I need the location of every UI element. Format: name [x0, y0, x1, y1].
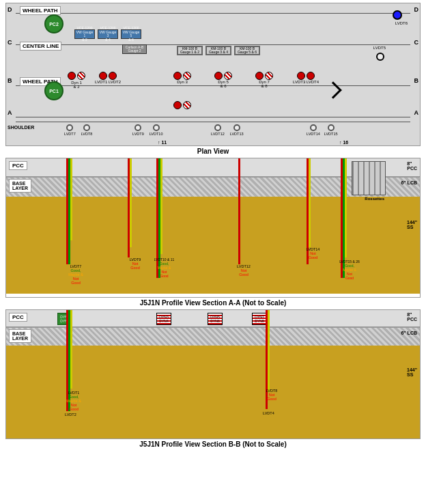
lvdt6-label: LVDT6: [395, 21, 408, 25]
dyn3-group: Dyn 3: [173, 72, 191, 84]
h-line-a: [16, 117, 410, 117]
dim-ss-a: 144"SS: [407, 220, 417, 229]
lvdt5-dot: [376, 53, 384, 61]
rod-label-lvdt9: LVDT9NotGood: [125, 257, 145, 270]
row-label-a-right: A: [414, 109, 419, 116]
dim-lcb-b: 6" LCB: [401, 331, 417, 335]
dyn3-circle1: [173, 72, 182, 80]
profile-a-title: J5J1N Profile View Section A-A (Not to S…: [5, 299, 421, 307]
rod-lvdt14-yellow: [309, 158, 311, 247]
rod-lvdt9-yellow: [130, 158, 132, 247]
rod-label-lvdt8: LVDT8NotGood: [261, 389, 283, 401]
lvdt4-bottom-label: LVDT4: [263, 411, 274, 415]
dyn1-circle1: [68, 72, 76, 80]
rod-lvdt1-yellow: [70, 310, 72, 389]
rod-label-lvdt15: LVDT15 & 26Good,Maybe &NotGood: [337, 260, 363, 280]
lvdt1-plan: LVDT1 LVDT2: [95, 72, 121, 84]
pc1-circle: PC1: [44, 81, 63, 100]
dyn7-circle1: [255, 72, 264, 80]
dyn7-group: Dyn 7& 8: [255, 72, 273, 88]
dyn5-bottom: [173, 101, 191, 109]
rod-label-lvdt14: LVDT14NotGood: [301, 247, 325, 260]
base-layer-label-b: BASELAYER: [9, 329, 31, 343]
row-label-b-left: B: [8, 77, 12, 84]
rod-lvdt12-red: [238, 158, 240, 264]
pcc-label-b: PCC: [9, 313, 27, 322]
main-container: D C B A SHOULDER D C B A WHEEL PATH WHEE…: [0, 0, 426, 451]
pcc-label-a: PCC: [9, 161, 27, 170]
vce-2: VCE-1200VW Gauge 3& 4: [98, 29, 118, 39]
dyn3-circle2: [183, 72, 191, 80]
plan-view: D C B A SHOULDER D C B A WHEEL PATH WHEE…: [5, 3, 421, 146]
dyn1-circle2: [77, 72, 85, 80]
lvdt5-label: LVDT5: [373, 46, 386, 50]
shoulder-lvdts-3: LVDT12 LVDT13: [211, 124, 244, 136]
rod-lvdt15-yellow: [345, 158, 347, 257]
profile-b-container: PCC BASELAYER 8"PCC 6" LCB 144"SS DYN1DY…: [5, 309, 421, 448]
dyn5b-c2: [183, 101, 191, 109]
h-line-shoulder: [16, 122, 410, 122]
dyn5-circle2: [224, 72, 232, 80]
profile-a-container: PCC BASELAYER Rossettes 8"PCC 6" LCB 144…: [5, 158, 421, 307]
km100-2: KM-100 BGauge 3 & 4: [205, 46, 231, 55]
row-label-a-left: A: [8, 109, 12, 116]
row-label-d-left: D: [8, 6, 12, 13]
dyn5b-c1: [173, 101, 182, 109]
dim-pcc-a: 8"PCC: [407, 161, 417, 171]
shoulder-lvdts-4: LVDT14 LVDT15: [307, 124, 338, 136]
rod-lvdt8-yellow: [268, 310, 270, 392]
rossettes-box: [352, 161, 386, 195]
rossettes-label: Rossettes: [365, 197, 384, 201]
carlson-group: Carlson A-BGauge 2: [122, 44, 147, 54]
rod-lvdt7-yellow: [70, 158, 72, 240]
km100-group: KM-100 BGauge 1 & 2 KM-100 BGauge 3 & 4 …: [177, 46, 260, 55]
carlson-block: Carlson A-BGauge 2: [122, 44, 147, 54]
rod-label-lvdt12: LVDT12NotGood: [234, 264, 253, 277]
base-layer-label-a: BASELAYER: [9, 179, 31, 193]
dim-pcc-b: 8"PCC: [407, 312, 417, 322]
row-label-shoulder: SHOULDER: [8, 125, 34, 130]
lvdt1-circle2: [109, 72, 117, 80]
lvdt1-circle: [99, 72, 107, 80]
dyn7-circle2: [265, 72, 273, 80]
dyn5-box: DYN5DYN6: [208, 313, 223, 325]
row-label-d-right: D: [414, 6, 419, 13]
h-line-c: [16, 44, 410, 45]
plan-view-title: Plan View: [5, 148, 421, 155]
h-line-d: [16, 13, 410, 14]
center-line-label: CENTER LINE: [20, 42, 61, 51]
row-label-b-right: B: [414, 77, 419, 84]
rod-lvdt10-yellow: [160, 158, 162, 254]
vce-group: VCE-1200VW Gauge 1& 2 VCE-1200VW Gauge 3…: [74, 29, 141, 39]
dyn5-group: Dyn 5& 6: [214, 72, 232, 88]
dyn5-circle1: [214, 72, 223, 80]
km100-1: KM-100 BGauge 1 & 2: [177, 46, 203, 55]
profile-view-aa: PCC BASELAYER Rossettes 8"PCC 6" LCB 144…: [5, 158, 421, 298]
dyn3-box: DYN3DYN4: [156, 313, 171, 325]
pc2-circle: PC2: [44, 14, 63, 33]
vce-1: VCE-1200VW Gauge 1& 2: [74, 29, 95, 39]
lvdt2-bottom-label: LVDT2: [65, 412, 76, 417]
row-label-c-left: C: [8, 39, 12, 46]
km100-3: KM-100 BGauge 5 & 6: [234, 46, 260, 55]
lvdt6-dot: [393, 10, 402, 20]
dyn7-box: DYN7DYN8: [252, 313, 267, 325]
row-label-c-right: C: [414, 39, 419, 46]
rod-label-lvdt1: LVDT1Good,Maybe &NotGood: [61, 391, 87, 411]
profile-view-bb: PCC BASELAYER 8"PCC 6" LCB 144"SS DYN1DY…: [5, 309, 421, 439]
shoulder-lvdts: LVDT7 LVDT8: [64, 124, 92, 136]
rod-label-lvdt7: LVDT7Good,Maybe &NotGood: [62, 264, 89, 285]
lvdt4-circle: [307, 72, 315, 80]
profile-b-title: J5J1N Profile View Section B-B (Not to S…: [5, 440, 421, 448]
dyn1-group: Dyn 1& 2: [68, 72, 85, 89]
arrow-16: ↑ 16: [339, 140, 348, 145]
rod-label-lvdt10: LVDT10 & 11Good,Maybe &NotGood: [152, 257, 176, 278]
lvdt3-plan: LVDT3 LVDT4: [293, 72, 319, 84]
lvdt3-circle: [297, 72, 305, 80]
vce-3: VCE-1200VW Gauge 5& 6: [121, 29, 141, 39]
arrow-diagonal: [327, 84, 339, 96]
dim-ss-b: 144"SS: [407, 367, 417, 377]
shoulder-lvdts-2: LVDT9 LVDT10: [132, 124, 163, 136]
arrow-11: ↑ 11: [158, 140, 167, 145]
dim-lcb-a: 6" LCB: [401, 180, 417, 185]
